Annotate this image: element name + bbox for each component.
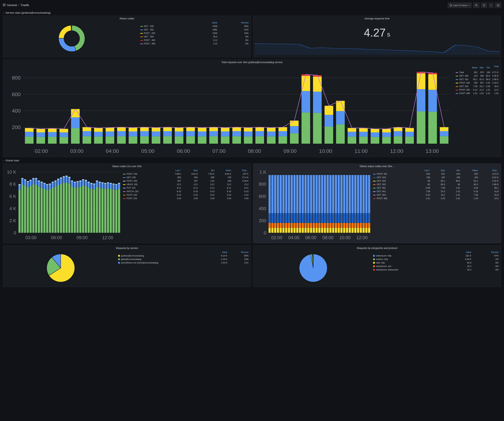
svg-rect-374 xyxy=(332,175,334,213)
legend-item[interactable]: GET: 4041651671591636.02 K xyxy=(372,176,500,179)
svg-rect-426 xyxy=(368,175,370,213)
legend-item[interactable]: GET : 30435.40% xyxy=(139,35,250,38)
breadcrumb-root[interactable]: General xyxy=(7,4,17,7)
svg-rect-251 xyxy=(107,182,109,183)
legend-item[interactable]: GET: 30280.181.080.02.96 K xyxy=(455,78,500,81)
legend-item[interactable]: GET: 20088395468574027.4 K xyxy=(122,176,250,179)
svg-rect-303 xyxy=(285,228,287,233)
breadcrumb[interactable]: General / Traefik xyxy=(3,4,29,7)
legend-item[interactable]: PATCH: 2028.108.108.108.108.10 xyxy=(122,190,250,193)
svg-rect-34 xyxy=(94,132,103,137)
svg-rect-26 xyxy=(60,129,68,132)
breadcrumb-page[interactable]: Traefik xyxy=(20,4,29,7)
panel-title[interactable]: Requests by entrypoints and protocol xyxy=(254,246,500,251)
legend-item[interactable]: metrics: http4.56 K2% xyxy=(372,257,500,261)
svg-rect-54 xyxy=(175,136,183,144)
tv-mode-button[interactable] xyxy=(495,2,501,8)
svg-rect-95 xyxy=(325,127,333,144)
svg-rect-220 xyxy=(79,181,81,187)
svg-rect-217 xyxy=(77,182,78,187)
legend-item[interactable]: PUT: 2019.119.119.119.119.11 xyxy=(122,186,250,190)
legend-item[interactable]: POST: 4991.011.011.011.01 xyxy=(455,92,500,95)
svg-rect-225 xyxy=(85,186,87,233)
panel-title[interactable]: Requests by service xyxy=(4,246,250,251)
svg-text:400: 400 xyxy=(259,206,266,211)
chevron-down-icon[interactable]: ⌄ xyxy=(393,166,395,168)
panel-title[interactable]: Others status codes over 20m⌄ xyxy=(254,164,500,169)
legend-item[interactable]: websecure: websocket24.30% xyxy=(372,268,500,272)
legend-item[interactable]: web: http62.80% xyxy=(372,261,500,264)
legend-item[interactable]: HEAD: 20013.213.213.213.213.2 xyxy=(122,183,250,186)
legend-item[interactable]: GET : 302296231% xyxy=(139,28,250,31)
panel-title[interactable]: Average response time xyxy=(254,17,500,21)
legend-item[interactable]: POST: 2028.108.108.108.108.10 xyxy=(122,193,250,197)
legend-item[interactable]: GET: 3047.0916.22.0335.4 xyxy=(455,85,500,88)
svg-rect-297 xyxy=(280,213,282,223)
svg-rect-406 xyxy=(354,175,356,213)
refresh-interval-button[interactable] xyxy=(489,2,493,8)
svg-rect-233 xyxy=(90,183,92,184)
svg-rect-153 xyxy=(18,190,21,233)
legend-item[interactable]: grafana@consulcatalog9.14 K66% xyxy=(117,254,250,257)
legend-item[interactable]: gitea@consulcatalog3.19 K23% xyxy=(117,257,250,261)
legend-item[interactable]: POST: 40162062161962022.9 K xyxy=(372,172,500,176)
section-global-stats[interactable]: ⌄ Global stats xyxy=(3,159,501,162)
status-2xx-chart: 2 K4 K6 K8 K10 K003:0006:0009:0012:00 xyxy=(4,169,122,242)
section-service-stats[interactable]: ⌄ Service stats (grafana@consulcatalog) xyxy=(3,11,501,14)
svg-rect-18 xyxy=(36,137,45,144)
legend-item[interactable]: Total2628751609.71 K xyxy=(455,71,500,74)
legend-item[interactable]: prometheus-ext-check@consulcatalog1.53 K… xyxy=(117,261,250,264)
panel-title[interactable]: Status codes 2xx over 20m xyxy=(4,164,250,169)
legend-item[interactable]: POST : 200234424% xyxy=(139,31,250,35)
panel-title[interactable]: Total requests over 20m grafana@consulca… xyxy=(4,60,500,65)
svg-rect-170 xyxy=(32,178,35,179)
legend-item[interactable]: POST : 40012.20% xyxy=(139,38,250,42)
svg-rect-258 xyxy=(115,190,117,233)
svg-rect-21 xyxy=(48,137,57,144)
svg-text:07:00: 07:00 xyxy=(212,148,226,154)
svg-text:600: 600 xyxy=(12,91,21,97)
svg-rect-80 xyxy=(267,128,276,131)
zoom-out-button[interactable] xyxy=(473,2,480,8)
refresh-icon xyxy=(483,4,486,7)
svg-text:800: 800 xyxy=(12,75,21,81)
legend-item[interactable]: websecure: sse26.30% xyxy=(372,264,500,268)
legend-item[interactable]: POST: 2013.043.043.043.043.04 xyxy=(122,197,250,200)
legend-item[interactable]: POST : 4991.010% xyxy=(139,42,250,46)
svg-rect-202 xyxy=(63,177,65,183)
legend-item[interactable]: GET: 3048.1016.21.017.3851.6 xyxy=(372,193,500,197)
legend-item[interactable]: POST: 2001955072.032.34 K xyxy=(455,81,500,85)
legend-item[interactable]: GET: 4017.0925.31.015.1651.6 xyxy=(372,190,500,193)
legend-item[interactable]: POST: 2047.99 K8.61 K7.53 K8.04 K297 K xyxy=(122,172,250,176)
legend-item[interactable]: GET: 20011834580.04.36 K xyxy=(455,74,500,78)
legend-item[interactable]: websecure: http181 K97% xyxy=(372,254,500,257)
svg-rect-279 xyxy=(269,228,271,233)
legend-item[interactable]: GET: 3028090.180.081.23.01 K xyxy=(372,179,500,183)
svg-rect-327 xyxy=(302,228,304,233)
legend-item[interactable]: GET: 3016.087.091.013.0488.1 xyxy=(372,186,500,190)
svg-rect-157 xyxy=(21,179,23,185)
svg-rect-216 xyxy=(77,187,78,233)
svg-rect-64 xyxy=(209,131,218,136)
legend-item[interactable]: GET : 200435645% xyxy=(139,24,250,28)
svg-rect-330 xyxy=(302,175,304,213)
svg-rect-391 xyxy=(346,228,348,233)
svg-rect-394 xyxy=(346,175,348,213)
svg-rect-205 xyxy=(66,177,67,182)
svg-rect-181 xyxy=(43,184,46,189)
svg-rect-199 xyxy=(60,179,62,184)
svg-rect-409 xyxy=(357,213,359,223)
svg-rect-235 xyxy=(93,184,95,189)
svg-rect-76 xyxy=(255,131,264,136)
panel-title[interactable]: Return codes xyxy=(4,17,250,21)
svg-rect-284 xyxy=(271,223,273,228)
refresh-button[interactable] xyxy=(481,2,487,8)
status-other-chart: 2004006008001 K002:0004:0006:0008:0010:0… xyxy=(254,169,372,242)
svg-rect-112 xyxy=(382,129,391,132)
time-range-picker[interactable]: Last 12 hours xyxy=(448,2,472,8)
legend-item[interactable]: POST: 3081.012.031.011.2914.2 xyxy=(372,197,500,200)
svg-rect-218 xyxy=(77,181,78,182)
legend-item[interactable]: POST: 2005075071.011082.59 K xyxy=(122,179,250,183)
legend-item[interactable]: POST: 4006.1211.21.0112.2 xyxy=(455,88,500,92)
legend-item[interactable]: GET: 3038080.08080.02.96 K xyxy=(372,183,500,186)
